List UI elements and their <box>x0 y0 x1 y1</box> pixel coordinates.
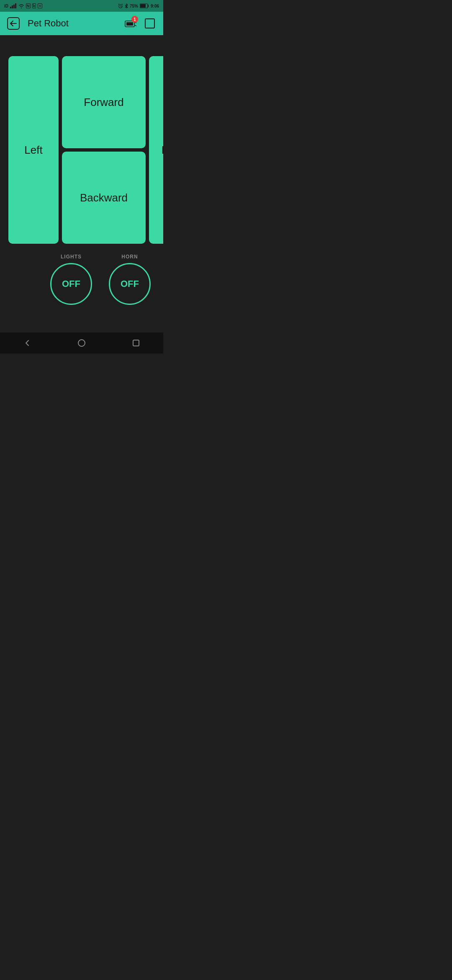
menu-button[interactable] <box>142 16 157 31</box>
backward-label: Backward <box>80 191 128 204</box>
nav-back-icon <box>23 339 31 347</box>
toolbar-actions: 1 <box>123 16 157 31</box>
nav-recents-icon <box>132 339 140 347</box>
page-title: Pet Robot <box>28 18 123 29</box>
b-icon: b <box>32 3 36 8</box>
svg-rect-0 <box>10 7 11 8</box>
forward-button[interactable]: Forward <box>62 56 146 148</box>
battery-icon <box>140 3 149 8</box>
svg-line-12 <box>135 25 136 26</box>
horn-label: HORN <box>121 254 138 260</box>
alarm-icon <box>118 3 123 8</box>
nav-recents-button[interactable] <box>126 333 146 353</box>
forward-label: Forward <box>84 96 123 109</box>
svg-rect-3 <box>15 3 16 8</box>
toggle-section: LIGHTS OFF HORN OFF <box>8 254 155 305</box>
svg-rect-6 <box>140 4 146 8</box>
nav-home-button[interactable] <box>71 333 92 353</box>
backward-button[interactable]: Backward <box>62 152 146 244</box>
battery-level: 75% <box>130 4 138 8</box>
square-menu-icon <box>145 18 155 28</box>
lights-toggle-button[interactable]: OFF <box>50 263 92 305</box>
svg-rect-13 <box>145 19 154 28</box>
toolbar: Pet Robot 1 <box>0 12 163 35</box>
carrier-label: iD <box>4 4 8 8</box>
left-button[interactable]: Left <box>8 56 59 244</box>
main-content: Left Forward Backward Right LIGHTS OFF H… <box>0 35 163 333</box>
status-bar: iD N b ≡ <box>0 0 163 12</box>
bluetooth-icon <box>125 3 128 8</box>
wifi-icon <box>18 4 24 8</box>
lights-group: LIGHTS OFF <box>50 254 92 305</box>
nfc-icon: N <box>26 3 31 8</box>
signal-icon <box>10 3 17 8</box>
horn-toggle-button[interactable]: OFF <box>109 263 151 305</box>
lights-label: LIGHTS <box>61 254 82 260</box>
svg-rect-15 <box>133 340 139 346</box>
lights-state: OFF <box>62 279 80 289</box>
svg-point-14 <box>78 340 85 346</box>
back-icon <box>7 17 20 30</box>
left-label: Left <box>24 144 42 157</box>
nav-home-icon <box>77 339 86 347</box>
notification-badge: 1 <box>131 16 138 23</box>
status-bar-right: 75% 9:06 <box>118 3 159 8</box>
right-button[interactable]: Right <box>149 56 163 244</box>
horn-state: OFF <box>121 279 139 289</box>
svg-rect-2 <box>13 5 15 8</box>
svg-rect-9 <box>126 22 133 26</box>
back-button[interactable] <box>6 16 21 31</box>
horn-group: HORN OFF <box>109 254 151 305</box>
navigation-bar <box>0 333 163 353</box>
menu-icon: ≡ <box>38 3 42 8</box>
nav-back-button[interactable] <box>17 333 38 353</box>
status-bar-left: iD N b ≡ <box>4 3 42 8</box>
direction-controls: Left Forward Backward Right <box>8 56 155 244</box>
device-manager-button[interactable]: 1 <box>123 16 138 31</box>
time-label: 9:06 <box>151 4 159 8</box>
svg-rect-1 <box>12 5 13 8</box>
right-label: Right <box>162 144 163 157</box>
